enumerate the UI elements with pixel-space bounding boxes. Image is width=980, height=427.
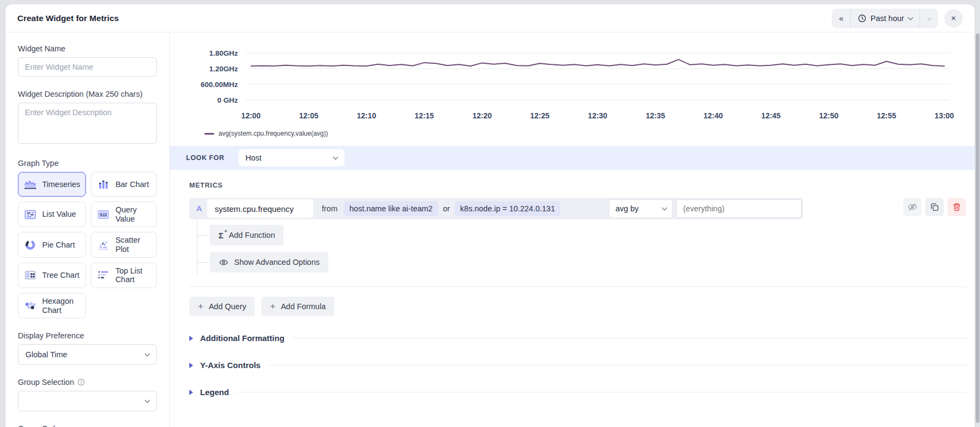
group-selection-select[interactable] xyxy=(18,391,157,411)
legend-label: avg(system.cpu.frequency,value(avg)) xyxy=(218,130,328,137)
from-label: from xyxy=(322,204,337,213)
modal-header: Create Widget for Metrics « Past hour » xyxy=(5,4,975,32)
svg-text:12:35: 12:35 xyxy=(646,111,665,120)
delete-query-button[interactable] xyxy=(948,198,966,216)
top-list-chart-icon xyxy=(97,269,110,281)
section-label: Additional Formatting xyxy=(200,333,284,343)
look-for-bar: LOOK FOR Host xyxy=(170,146,975,170)
page-scrollbar xyxy=(975,0,980,427)
divider xyxy=(268,365,966,365)
svg-text:12:15: 12:15 xyxy=(415,111,434,120)
plus-icon: + xyxy=(270,302,275,311)
query-letter-badge[interactable]: A xyxy=(191,199,207,218)
graph-type-query-value[interactable]: 5.12 Query Value xyxy=(91,202,157,227)
list-value-icon xyxy=(24,209,37,221)
aggregator-value: avg by xyxy=(615,204,639,213)
trash-icon xyxy=(952,202,962,212)
timeseries-icon xyxy=(24,178,37,190)
divider xyxy=(236,392,966,392)
graph-type-label-text: Top List Chart xyxy=(115,266,151,284)
plus-icon: + xyxy=(198,302,203,311)
query-options: Σ+ Add Function Show Advanced Options xyxy=(197,225,966,272)
svg-text:1.20GHz: 1.20GHz xyxy=(209,65,239,73)
look-for-select[interactable]: Host xyxy=(239,149,345,166)
svg-text:12:40: 12:40 xyxy=(704,111,723,120)
double-chevron-left-icon: « xyxy=(839,14,843,23)
group-by-input[interactable] xyxy=(676,199,802,218)
graph-type-list-value[interactable]: List Value xyxy=(18,202,86,227)
collapse-arrow-icon xyxy=(189,390,193,395)
graph-type-label-text: Timeseries xyxy=(42,180,80,189)
chevron-down-icon xyxy=(145,351,150,357)
section-label: Legend xyxy=(200,388,229,397)
sigma-plus-icon: Σ+ xyxy=(218,231,223,239)
scatter-plot-icon xyxy=(97,239,110,251)
graph-type-label-text: Hexagon Chart xyxy=(42,297,80,315)
collapse-arrow-icon xyxy=(189,336,193,341)
pie-chart-icon xyxy=(24,239,37,251)
bar-chart-icon xyxy=(97,178,110,190)
section-y-axis-controls[interactable]: Y-Axis Controls xyxy=(189,361,966,370)
graph-type-pie-chart[interactable]: Pie Chart xyxy=(18,232,86,257)
close-button[interactable]: ✕ xyxy=(944,9,963,28)
add-query-button[interactable]: + Add Query xyxy=(189,297,255,316)
graph-type-tree-chart[interactable]: Tree Chart xyxy=(18,263,86,288)
chevron-down-icon xyxy=(908,15,913,20)
svg-text:600.00MHz: 600.00MHz xyxy=(201,81,238,89)
svg-text:0 GHz: 0 GHz xyxy=(217,96,239,104)
section-label: Y-Axis Controls xyxy=(200,361,261,370)
add-formula-button[interactable]: + Add Formula xyxy=(261,297,334,316)
graph-type-hexagon-chart[interactable]: Hexagon Chart xyxy=(18,293,86,318)
graph-type-label-text: List Value xyxy=(42,210,76,219)
svg-text:12:25: 12:25 xyxy=(530,111,549,120)
graph-type-bar-chart[interactable]: Bar Chart xyxy=(91,172,157,197)
query-row: A system.cpu.frequency from host.name li… xyxy=(189,198,803,219)
divider xyxy=(189,286,966,287)
metric-name-input[interactable]: system.cpu.frequency xyxy=(207,199,313,218)
graph-type-label-text: Query Value xyxy=(115,205,151,223)
chevron-down-icon xyxy=(662,205,667,211)
svg-text:12:00: 12:00 xyxy=(241,111,261,120)
eye-slash-icon xyxy=(907,202,918,212)
section-additional-formatting[interactable]: Additional Formatting xyxy=(189,333,966,343)
graph-type-top-list-chart[interactable]: Top List Chart xyxy=(91,263,157,288)
aggregator-select[interactable]: avg by xyxy=(609,199,673,218)
hide-query-button[interactable] xyxy=(903,198,922,216)
group-selection-label-text: Group Selection xyxy=(18,378,74,386)
widget-description-input[interactable] xyxy=(18,103,157,144)
scrollbar-thumb[interactable] xyxy=(976,34,979,423)
show-advanced-options-button[interactable]: Show Advanced Options xyxy=(210,252,328,272)
display-preference-select[interactable]: Global Time xyxy=(18,344,157,365)
time-range-select[interactable]: Past hour xyxy=(850,9,919,28)
eye-icon xyxy=(218,257,229,268)
svg-text:12:05: 12:05 xyxy=(299,111,319,120)
query-value-icon: 5.12 xyxy=(97,209,110,221)
duplicate-query-button[interactable] xyxy=(925,198,944,216)
widget-name-input[interactable] xyxy=(18,57,157,77)
clock-icon xyxy=(858,14,866,23)
look-for-label: LOOK FOR xyxy=(186,154,224,162)
add-function-button[interactable]: Σ+ Add Function xyxy=(210,225,283,245)
copy-icon xyxy=(930,202,939,212)
graph-type-grid: Timeseries Bar Chart xyxy=(18,172,157,318)
timeseries-chart: 1.80GHz1.20GHz600.00MHz0 GHz12:0012:0512… xyxy=(170,39,957,126)
time-back-button[interactable]: « xyxy=(832,9,850,28)
look-for-value: Host xyxy=(246,154,262,162)
divider xyxy=(292,338,966,338)
filter-chip[interactable]: k8s.node.ip = 10.224.0.131 xyxy=(455,201,560,216)
graph-type-scatter-plot[interactable]: Scatter Plot xyxy=(91,232,157,257)
filter-joiner-label: or xyxy=(443,204,450,213)
graph-type-timeseries[interactable]: Timeseries xyxy=(18,172,86,197)
graph-type-label-text: Pie Chart xyxy=(42,241,75,250)
filter-chip[interactable]: host.name like ai-team2 xyxy=(344,201,438,216)
graph-type-label: Graph Type xyxy=(18,159,157,168)
display-preference-label: Display Preference xyxy=(18,331,157,340)
tree-chart-icon xyxy=(24,269,37,281)
graph-type-label-text: Scatter Plot xyxy=(115,236,151,253)
section-legend[interactable]: Legend xyxy=(189,388,966,397)
svg-text:5.12: 5.12 xyxy=(100,212,107,216)
hexagon-chart-icon xyxy=(24,300,37,312)
show-advanced-options-label: Show Advanced Options xyxy=(234,258,320,266)
time-forward-button[interactable]: » xyxy=(919,9,938,28)
graph-type-label-text: Tree Chart xyxy=(42,271,80,280)
